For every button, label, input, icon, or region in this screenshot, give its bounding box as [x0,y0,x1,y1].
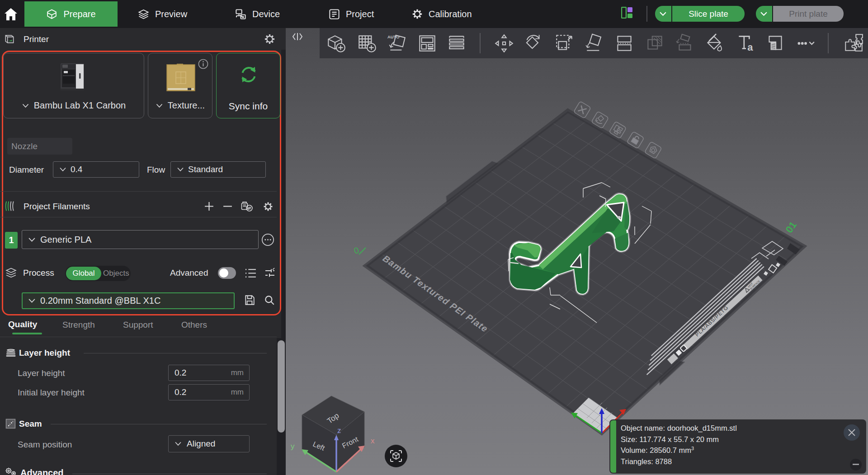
svg-text:x: x [371,437,375,445]
svg-text:y: y [291,442,295,451]
svg-text:z: z [337,426,341,435]
svg-text:01: 01 [783,219,799,235]
